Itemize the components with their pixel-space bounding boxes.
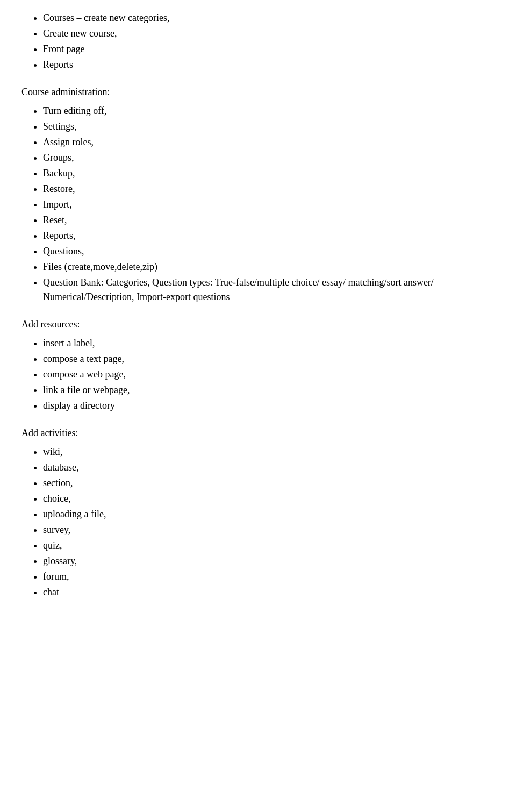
list-item: Settings, [43, 119, 494, 134]
list-item: quiz, [43, 538, 494, 553]
add-activities-list: wiki, database, section, choice, uploadi… [43, 445, 494, 600]
list-item: Create new course, [43, 26, 494, 41]
list-item: link a file or webpage, [43, 383, 494, 397]
list-item: Question Bank: Categories, Question type… [43, 275, 494, 304]
list-item: wiki, [43, 445, 494, 459]
list-item: chat [43, 585, 494, 600]
list-item: glossary, [43, 554, 494, 568]
list-item: Front page [43, 42, 494, 56]
list-item: Files (create,move,delete,zip) [43, 260, 494, 274]
list-item: Turn editing off, [43, 104, 494, 118]
list-item: Questions, [43, 244, 494, 259]
list-item: Reset, [43, 213, 494, 227]
list-item: compose a text page, [43, 352, 494, 366]
add-activities-section: Add activities: wiki, database, section,… [22, 426, 494, 600]
course-admin-list: Turn editing off, Settings, Assign roles… [43, 104, 494, 304]
list-item: forum, [43, 569, 494, 584]
add-resources-list: insert a label, compose a text page, com… [43, 336, 494, 413]
course-admin-heading: Course administration: [22, 85, 494, 99]
list-item: compose a web page, [43, 367, 494, 382]
list-item: section, [43, 476, 494, 490]
list-item: choice, [43, 492, 494, 506]
list-item: database, [43, 460, 494, 475]
add-resources-heading: Add resources: [22, 317, 494, 332]
list-item: Import, [43, 197, 494, 212]
list-item: Backup, [43, 166, 494, 181]
list-item: insert a label, [43, 336, 494, 351]
content-wrapper: Courses – create new categories, Create … [22, 11, 494, 600]
list-item: survey, [43, 523, 494, 537]
list-item: Reports [43, 58, 494, 72]
list-item: Restore, [43, 182, 494, 196]
add-resources-section: Add resources: insert a label, compose a… [22, 317, 494, 413]
list-item: Courses – create new categories, [43, 11, 494, 25]
intro-list: Courses – create new categories, Create … [43, 11, 494, 72]
list-item: uploading a file, [43, 507, 494, 522]
list-item: display a directory [43, 398, 494, 413]
course-admin-section: Course administration: Turn editing off,… [22, 85, 494, 304]
add-activities-heading: Add activities: [22, 426, 494, 440]
list-item: Assign roles, [43, 135, 494, 149]
list-item: Reports, [43, 229, 494, 243]
list-item: Groups, [43, 151, 494, 165]
